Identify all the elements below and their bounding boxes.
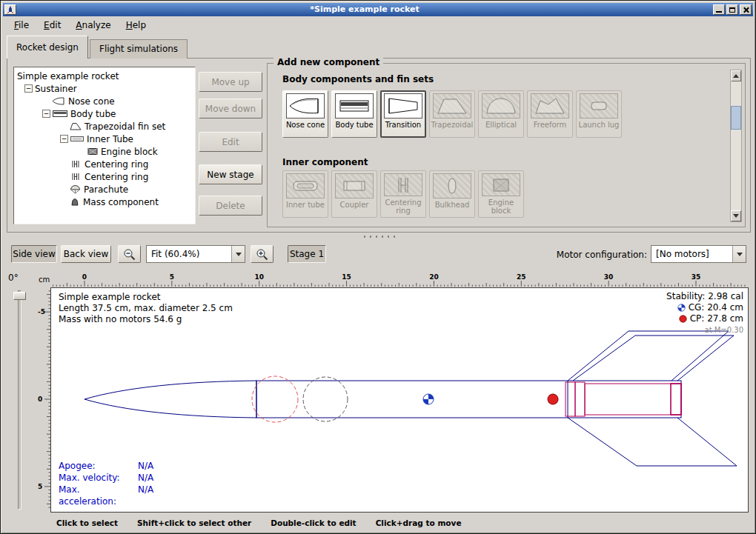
app-icon: [7, 6, 14, 13]
tab-rocket-design[interactable]: Rocket design: [7, 36, 88, 59]
rocket-canvas[interactable]: Simple example rocket Length 37.5 cm, ma…: [50, 287, 749, 513]
chevron-down-icon[interactable]: [231, 246, 245, 262]
collapse-icon[interactable]: −: [60, 135, 68, 143]
svg-text:5: 5: [170, 273, 174, 281]
window-title: *Simple example rocket: [16, 4, 713, 16]
zoom-value: Fit (60.4%): [147, 249, 231, 259]
apogee-value: N/A: [138, 460, 153, 472]
move-down-button: Move down: [199, 99, 262, 119]
nosecone-icon: [52, 97, 65, 105]
vertical-ruler: -505: [37, 288, 50, 512]
component-scrollbar[interactable]: [730, 70, 742, 222]
freeform-icon: [531, 93, 569, 119]
cp-icon: [679, 315, 687, 323]
add-transition-button[interactable]: Transition: [380, 90, 426, 138]
status-bar: Click to select Shift+click to select ot…: [3, 514, 753, 532]
title-bar[interactable]: *Simple example rocket: [3, 3, 753, 16]
tree-item-inner-tube[interactable]: −Inner Tube: [14, 133, 195, 145]
tree-item-body-tube[interactable]: −Body tube: [14, 107, 195, 120]
add-body-tube-button[interactable]: Body tube: [331, 90, 377, 138]
engineblock-icon: [87, 147, 98, 156]
tree-item-centering-ring[interactable]: Centering ring: [14, 170, 195, 183]
innertube2-icon: [286, 173, 325, 198]
add-elliptical-button: Elliptical: [478, 90, 524, 138]
parachute-icon: [70, 185, 81, 194]
scrollbar-thumb[interactable]: [731, 106, 741, 130]
window-menu-icon[interactable]: [4, 4, 16, 15]
flight-results: Apogee:N/A Max. velocity:N/A Max. accele…: [59, 460, 153, 507]
hint-shift-click: Shift+click to select other: [137, 518, 251, 527]
scroll-down-icon[interactable]: [731, 210, 741, 221]
menu-analyze[interactable]: Analyze: [69, 19, 117, 32]
minimize-button[interactable]: [713, 4, 725, 15]
zoom-in-button[interactable]: [251, 245, 273, 263]
add-nose-cone-button[interactable]: Nose cone: [282, 90, 328, 138]
svg-text:-5: -5: [38, 308, 45, 316]
tree-item-mass-component[interactable]: Mass component: [14, 196, 195, 208]
splitter-grip-icon: [362, 235, 396, 238]
rotation-slider[interactable]: [18, 290, 21, 510]
menu-help[interactable]: Help: [119, 19, 153, 32]
transition-icon: [384, 93, 422, 119]
rocket-dimensions: Length 37.5 cm, max. diameter 2.5 cm: [59, 303, 233, 314]
zoom-select[interactable]: Fit (60.4%): [146, 245, 245, 263]
menu-file[interactable]: File: [7, 19, 36, 32]
chevron-down-icon[interactable]: [732, 246, 746, 262]
add-inner-tube-button: Inner tube: [282, 170, 328, 218]
coupler-icon: [335, 173, 374, 198]
maximize-button[interactable]: [726, 4, 738, 15]
add-freeform-button: Freeform: [527, 90, 573, 138]
horizontal-ruler: 05101520253035: [51, 273, 748, 287]
add-new-component-group: Add new component Body components and fi…: [267, 63, 746, 227]
tree-item-trapezoidal-fin-set[interactable]: Trapezoidal fin set: [14, 120, 195, 133]
add-coupler-button: Coupler: [331, 170, 377, 218]
svg-text:10: 10: [254, 273, 264, 281]
centeringring2-icon: [384, 173, 422, 196]
menu-edit[interactable]: Edit: [37, 19, 67, 32]
max-velocity-value: N/A: [138, 472, 153, 484]
collapse-icon[interactable]: −: [42, 110, 50, 118]
tree-item-simple-example-rocket[interactable]: Simple example rocket: [14, 70, 195, 82]
tab-flight-simulations[interactable]: Flight simulations: [90, 39, 188, 59]
rocket-design-panel: Simple example rocket−SustainerNose cone…: [7, 58, 751, 233]
rotation-slider-thumb[interactable]: [13, 292, 26, 300]
tree-item-centering-ring[interactable]: Centering ring: [14, 158, 195, 170]
tree-item-parachute[interactable]: Parachute: [14, 183, 195, 196]
body-components-row: Nose coneBody tubeTransitionTrapezoidalE…: [282, 90, 622, 138]
bulkhead-icon: [433, 173, 471, 198]
tree-item-sustainer[interactable]: −Sustainer: [14, 82, 195, 95]
add-launch-lug-button: Launch lug: [576, 90, 622, 138]
svg-text:30: 30: [604, 273, 614, 281]
component-tree[interactable]: Simple example rocket−SustainerNose cone…: [13, 67, 196, 224]
cg-marker: [423, 394, 434, 404]
add-trapezoidal-button: Trapezoidal: [429, 90, 475, 138]
tree-item-engine-block[interactable]: Engine block: [14, 145, 195, 158]
svg-text:0: 0: [82, 273, 87, 281]
add-engine-block-button: Engine block: [478, 170, 524, 218]
stage-1-toggle[interactable]: Stage 1: [288, 245, 326, 263]
trapezoidal-icon: [433, 93, 471, 119]
zoom-out-button[interactable]: [118, 245, 141, 263]
cg-icon: [677, 304, 686, 312]
pane-splitter[interactable]: [7, 233, 751, 240]
new-stage-button[interactable]: New stage: [199, 164, 262, 184]
finset-icon: [70, 122, 82, 130]
back-view-button[interactable]: Back view: [61, 245, 111, 263]
tree-item-nose-cone[interactable]: Nose cone: [14, 95, 195, 107]
mass-component-outline[interactable]: [303, 377, 348, 421]
cg-value: CG: 20.4 cm: [689, 302, 743, 313]
motor-configuration-select[interactable]: [No motors]: [651, 245, 746, 263]
group-title: Add new component: [273, 57, 383, 67]
collapse-icon[interactable]: −: [24, 84, 33, 93]
parachute-outline[interactable]: [252, 376, 298, 422]
svg-text:15: 15: [342, 273, 351, 281]
cp-marker: [548, 394, 558, 404]
side-view-button[interactable]: Side view: [11, 245, 57, 263]
nosecone-icon: [286, 93, 325, 119]
close-button[interactable]: [740, 4, 752, 15]
move-up-button: Move up: [199, 72, 262, 92]
mass-icon: [70, 198, 80, 206]
mach-note: at M=0.30: [666, 324, 743, 336]
scroll-up-icon[interactable]: [731, 70, 741, 81]
rocket-mass: Mass with no motors 54.6 g: [59, 314, 233, 325]
